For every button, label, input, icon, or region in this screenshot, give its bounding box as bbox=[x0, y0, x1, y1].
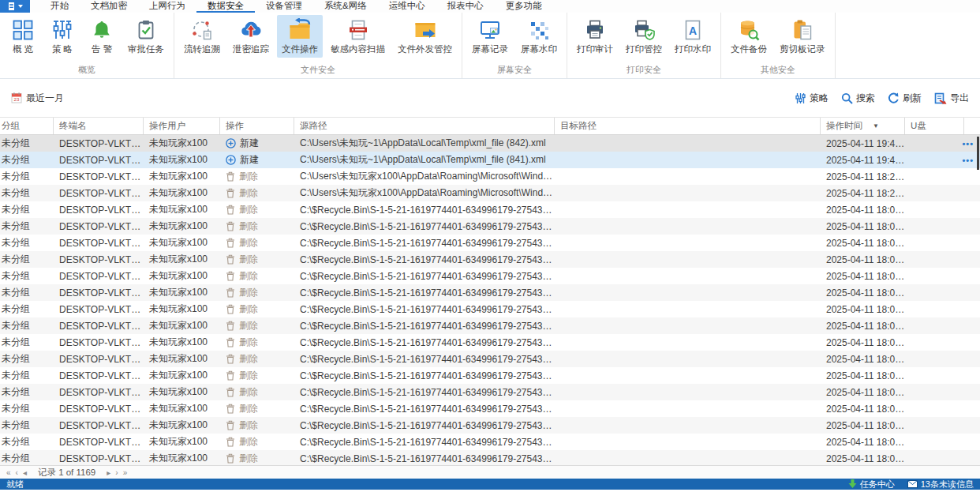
table-row[interactable]: 未分组DESKTOP-VLKTLE1未知玩家x100删除C:\$Recycle.… bbox=[0, 284, 980, 301]
menu-tab-6[interactable]: 系统&网络 bbox=[313, 0, 378, 13]
unread-messages-button[interactable]: 13条未读信息 bbox=[907, 479, 974, 490]
table-row[interactable]: 未分组DESKTOP-VLKTLE1未知玩家x100删除C:\$Recycle.… bbox=[0, 417, 980, 434]
toolbar-button-search[interactable]: 搜索 bbox=[841, 92, 875, 105]
ribbon-button-sensitive-scan[interactable]: 敏感内容扫描 bbox=[326, 15, 390, 58]
menu-tab-4[interactable]: 数据安全 bbox=[196, 0, 255, 13]
ribbon-button-file-outgoing-folder[interactable]: 文件外发管控 bbox=[393, 15, 457, 58]
cell-source-path: C:\$Recycle.Bin\S-1-5-21-1619774401-6349… bbox=[294, 420, 555, 431]
cell-time: 2025-04-11 18:01:38 bbox=[821, 354, 905, 365]
app-menu-button[interactable] bbox=[0, 0, 30, 13]
table-row[interactable]: 未分组DESKTOP-VLKTLE1未知玩家x100新建C:\Users\未知玩… bbox=[0, 135, 980, 152]
menu-tab-3[interactable]: 上网行为 bbox=[138, 0, 196, 13]
cell-group: 未分组 bbox=[0, 220, 54, 233]
task-center-download-icon bbox=[848, 479, 857, 489]
toolbar-button-refresh[interactable]: 刷新 bbox=[888, 92, 922, 105]
table-row[interactable]: 未分组DESKTOP-VLKTLE1未知玩家x100删除C:\$Recycle.… bbox=[0, 251, 980, 268]
table-row[interactable]: 未分组DESKTOP-VLKTLE1未知玩家x100删除C:\$Recycle.… bbox=[0, 235, 980, 251]
table-row[interactable]: 未分组DESKTOP-VLKTLE1未知玩家x100删除C:\$Recycle.… bbox=[0, 434, 980, 450]
column-header-4[interactable]: 操作 bbox=[220, 118, 294, 134]
pager-prev-icon-1[interactable]: « bbox=[4, 468, 13, 477]
ribbon-button-overview-grid[interactable]: 概 览 bbox=[5, 15, 41, 58]
cell-time: 2025-04-11 18:01:38 bbox=[821, 221, 905, 232]
column-header-2[interactable]: 终端名 bbox=[54, 118, 144, 134]
ribbon-button-file-backup[interactable]: 文件备份 bbox=[726, 15, 772, 58]
ribbon-button-screen-watermark[interactable]: 屏幕水印 bbox=[516, 15, 562, 58]
task-center-button[interactable]: 任务中心 bbox=[848, 479, 895, 490]
column-header-9[interactable] bbox=[964, 118, 980, 134]
cell-time: 2025-04-11 18:01:38 bbox=[821, 205, 905, 216]
ribbon-button-alert-bell[interactable]: 告 警 bbox=[84, 15, 120, 58]
toolbar-button-export[interactable]: 导出 bbox=[934, 92, 969, 105]
column-header-3[interactable]: 操作用户 bbox=[144, 118, 220, 134]
ribbon-group-1: 概 览策 略告 警审批任务概览 bbox=[0, 13, 174, 78]
pager-next-icon-2[interactable]: › bbox=[113, 468, 120, 477]
ribbon-button-screen-record[interactable]: 屏幕记录 bbox=[467, 15, 513, 58]
cell-action: 新建 bbox=[220, 153, 294, 167]
table-row[interactable]: 未分组DESKTOP-VLKTLE1未知玩家x100新建C:\Users\未知玩… bbox=[0, 152, 980, 168]
row-actions-ellipsis-button[interactable]: ••• bbox=[962, 135, 974, 152]
column-header-7[interactable]: 操作时间▼ bbox=[821, 118, 905, 134]
ribbon-button-print-audit[interactable]: 打印审计 bbox=[572, 15, 618, 58]
table-row[interactable]: 未分组DESKTOP-VLKTLE1未知玩家x100删除C:\$Recycle.… bbox=[0, 367, 980, 384]
toolbar-button-policy-sliders[interactable]: 策略 bbox=[795, 92, 829, 105]
pager-next-icon-1[interactable]: ▸ bbox=[104, 468, 113, 477]
column-header-8[interactable]: U盘 bbox=[905, 118, 964, 134]
menu-tab-7[interactable]: 运维中心 bbox=[378, 0, 436, 13]
table-row[interactable]: 未分组DESKTOP-VLKTLE1未知玩家x100删除C:\$Recycle.… bbox=[0, 317, 980, 334]
table-row[interactable]: 未分组DESKTOP-VLKTLE1未知玩家x100删除C:\$Recycle.… bbox=[0, 218, 980, 235]
delete-trash-icon bbox=[226, 171, 235, 182]
menu-tab-8[interactable]: 报表中心 bbox=[436, 0, 495, 13]
column-header-6[interactable]: 目标路径 bbox=[555, 118, 821, 134]
cell-terminal: DESKTOP-VLKTLE1 bbox=[54, 238, 144, 249]
mail-icon bbox=[907, 480, 918, 488]
table-row[interactable]: 未分组DESKTOP-VLKTLE1未知玩家x100删除C:\Users\未知玩… bbox=[0, 168, 980, 185]
row-actions-ellipsis-button[interactable]: ••• bbox=[962, 152, 974, 168]
table-row[interactable]: 未分组DESKTOP-VLKTLE1未知玩家x100删除C:\$Recycle.… bbox=[0, 301, 980, 317]
menu-tab-2[interactable]: 文档加密 bbox=[80, 0, 138, 13]
delete-trash-icon bbox=[226, 437, 235, 447]
cell-action: 删除 bbox=[220, 402, 294, 415]
cell-user: 未知玩家x100 bbox=[144, 137, 220, 150]
pagination-bar: «‹◂ 记录 1 of 1169 ▸›» bbox=[0, 465, 980, 479]
table-row[interactable]: 未分组DESKTOP-VLKTLE1未知玩家x100删除C:\$Recycle.… bbox=[0, 400, 980, 417]
ribbon-button-leak-track-cloud[interactable]: 泄密追踪 bbox=[228, 15, 274, 58]
pager-next-icon-3[interactable]: » bbox=[121, 468, 130, 477]
cell-source-path: C:\$Recycle.Bin\S-1-5-21-1619774401-6349… bbox=[294, 437, 555, 448]
cell-user: 未知玩家x100 bbox=[144, 203, 220, 216]
ribbon-button-print-watermark[interactable]: A打印水印 bbox=[670, 15, 716, 58]
table-row[interactable]: 未分组DESKTOP-VLKTLE1未知玩家x100删除C:\Users\未知玩… bbox=[0, 185, 980, 201]
sensitive-scan-icon bbox=[347, 19, 369, 41]
cell-user: 未知玩家x100 bbox=[144, 336, 220, 349]
delete-trash-icon bbox=[226, 188, 235, 198]
cell-action: 新建 bbox=[220, 137, 294, 150]
menu-tab-1[interactable]: 开始 bbox=[39, 0, 80, 13]
column-header-5[interactable]: 源路径 bbox=[294, 118, 555, 134]
cell-terminal: DESKTOP-VLKTLE1 bbox=[54, 271, 144, 282]
delete-trash-icon bbox=[226, 453, 235, 464]
ribbon-button-print-control[interactable]: 打印管控 bbox=[621, 15, 667, 58]
pager-prev-icon-2[interactable]: ‹ bbox=[13, 468, 21, 477]
pager-prev-icon-3[interactable]: ◂ bbox=[21, 468, 29, 477]
table-row[interactable]: 未分组DESKTOP-VLKTLE1未知玩家x100删除C:\$Recycle.… bbox=[0, 351, 980, 367]
table-row[interactable]: 未分组DESKTOP-VLKTLE1未知玩家x100删除C:\$Recycle.… bbox=[0, 334, 980, 351]
ribbon-button-label: 概 览 bbox=[13, 43, 33, 55]
ribbon-button-approval-clipboard[interactable]: 审批任务 bbox=[123, 15, 169, 58]
ribbon-button-flow-trace[interactable]: 流转追溯 bbox=[179, 15, 225, 58]
ribbon-button-label: 文件外发管控 bbox=[398, 43, 452, 55]
menu-tab-5[interactable]: 设备管理 bbox=[255, 0, 313, 13]
table-row[interactable]: 未分组DESKTOP-VLKTLE1未知玩家x100删除C:\$Recycle.… bbox=[0, 384, 980, 400]
menu-tab-9[interactable]: 更多功能 bbox=[495, 0, 553, 13]
table-row[interactable]: 未分组DESKTOP-VLKTLE1未知玩家x100删除C:\$Recycle.… bbox=[0, 450, 980, 465]
vertical-scrollbar[interactable] bbox=[977, 137, 979, 170]
date-filter-label: 最近一月 bbox=[26, 92, 64, 105]
date-filter-button[interactable]: 23 最近一月 bbox=[11, 92, 64, 105]
table-row[interactable]: 未分组DESKTOP-VLKTLE1未知玩家x100删除C:\$Recycle.… bbox=[0, 201, 980, 218]
sort-caret-icon[interactable]: ▼ bbox=[873, 122, 879, 130]
ribbon-button-policy-sliders[interactable]: 策 略 bbox=[44, 15, 80, 58]
cell-action: 删除 bbox=[220, 253, 294, 266]
table-row[interactable]: 未分组DESKTOP-VLKTLE1未知玩家x100删除C:\$Recycle.… bbox=[0, 268, 980, 284]
ribbon-button-file-operation-folder[interactable]: 文件操作 bbox=[277, 15, 323, 58]
column-header-1[interactable]: 分组 bbox=[0, 118, 54, 134]
ribbon-button-clipboard-record[interactable]: 剪切板记录 bbox=[775, 15, 830, 58]
cell-source-path: C:\Users\未知玩家x100\AppData\Roaming\Micros… bbox=[294, 170, 555, 183]
